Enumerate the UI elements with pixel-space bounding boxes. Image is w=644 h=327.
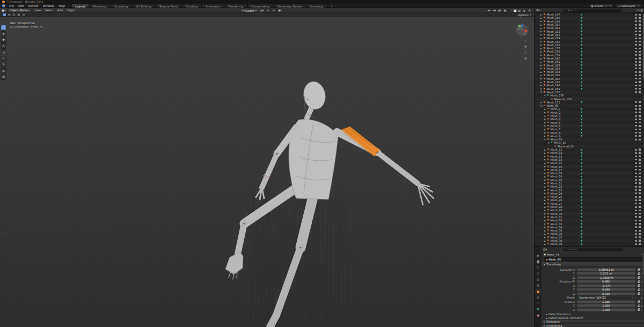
visibility-dropdown[interactable]: ⌖▾ — [487, 9, 491, 12]
move-view-icon[interactable]: ✥ — [524, 44, 527, 48]
transform-field-z[interactable]: -1.3500 m — [577, 276, 635, 279]
camera-icon[interactable] — [639, 192, 641, 194]
new-scene-button[interactable]: ⧉ — [604, 4, 607, 7]
eye-icon[interactable] — [635, 68, 638, 69]
view-layer-selector[interactable]: ❏ ViewLayer ✕ — [616, 4, 642, 8]
animate-dot-icon[interactable] — [641, 285, 642, 286]
snap-magnet-toggle[interactable]: ∩ — [266, 9, 270, 12]
eye-icon[interactable] — [635, 31, 638, 32]
animate-dot-icon[interactable] — [641, 273, 642, 274]
eye-icon[interactable] — [635, 41, 638, 42]
lock-icon[interactable] — [638, 306, 639, 307]
tab-compositing[interactable]: Compositing — [247, 4, 273, 8]
eye-icon[interactable] — [635, 155, 638, 157]
camera-icon[interactable] — [639, 210, 641, 211]
properties-tab-modifiers[interactable]: ⚙ — [535, 295, 541, 300]
tab-uv-editing[interactable]: UV Editing — [132, 4, 155, 8]
eye-icon[interactable] — [635, 61, 638, 63]
lock-icon[interactable] — [638, 277, 639, 279]
properties-tab-object-data[interactable]: ▼ — [535, 307, 541, 312]
camera-icon[interactable] — [639, 240, 641, 241]
transform-field-mode[interactable]: Quaternion (WXYZ)▾ — [577, 296, 635, 299]
camera-icon[interactable] — [639, 162, 641, 164]
camera-icon[interactable] — [639, 48, 641, 49]
eye-icon[interactable] — [635, 132, 638, 133]
eye-icon[interactable] — [635, 48, 638, 49]
navigation-gizmo[interactable] — [516, 24, 529, 36]
camera-icon[interactable] — [639, 78, 641, 79]
camera-icon[interactable] — [639, 220, 641, 221]
camera-icon[interactable] — [639, 135, 641, 137]
camera-icon[interactable] — [639, 17, 641, 19]
menu-edit[interactable]: Edit — [16, 4, 26, 8]
shading-dropdown[interactable]: ▾ — [528, 9, 532, 12]
camera-icon[interactable] — [639, 64, 641, 66]
camera-icon[interactable] — [639, 41, 641, 42]
viewport-menu-add[interactable]: Add — [56, 8, 64, 12]
outliner-row[interactable]: ▶▼Mesh_39▼ — [535, 242, 644, 246]
camera-icon[interactable] — [639, 115, 641, 116]
tab-shading[interactable]: Shading — [182, 4, 201, 8]
camera-icon[interactable] — [639, 129, 641, 130]
eye-icon[interactable] — [635, 210, 638, 211]
add-workspace-button[interactable]: + — [327, 4, 336, 8]
menu-file[interactable]: File — [7, 4, 16, 8]
camera-icon[interactable] — [639, 125, 641, 127]
outliner-search-input[interactable]: ⌕ Search — [563, 9, 622, 12]
transform-field-y[interactable]: 1.000 — [577, 304, 635, 307]
cursor-tool[interactable]: ✛ — [1, 31, 6, 37]
sub-panel-delta-transform[interactable]: ▶Delta Transform — [541, 313, 644, 316]
eye-icon[interactable] — [635, 34, 638, 35]
animate-dot-icon[interactable] — [641, 293, 642, 294]
camera-icon[interactable] — [639, 223, 641, 225]
properties-tab-material[interactable]: ● — [535, 313, 541, 318]
eye-icon[interactable] — [635, 54, 638, 56]
transform-field-location-x[interactable]: 0.28461 m — [577, 268, 635, 271]
eye-icon[interactable] — [635, 223, 638, 225]
camera-icon[interactable] — [639, 139, 641, 140]
select-box-tool[interactable]: ▢ — [1, 25, 6, 31]
camera-icon[interactable] — [639, 54, 641, 56]
camera-icon[interactable] — [639, 34, 641, 35]
camera-icon[interactable] — [639, 31, 641, 32]
lock-icon[interactable] — [638, 269, 639, 271]
select-extend-button[interactable]: ⊞ — [7, 13, 11, 17]
orientation-dropdown[interactable]: ⊕ Global ▾ — [240, 9, 258, 12]
transform-field-x[interactable]: -0.474 — [577, 284, 635, 287]
panel-relations[interactable]: ▶Relations — [541, 320, 644, 324]
camera-icon[interactable] — [639, 51, 641, 53]
camera-icon[interactable] — [639, 105, 641, 107]
camera-icon[interactable] — [639, 189, 641, 191]
lock-icon[interactable] — [638, 293, 639, 295]
select-subtract-button[interactable]: ⊟ — [12, 13, 16, 17]
transform-field-z[interactable]: 0.000 — [577, 292, 635, 295]
eye-icon[interactable] — [635, 206, 638, 208]
eye-icon[interactable] — [635, 149, 638, 151]
animate-dot-icon[interactable] — [641, 269, 642, 270]
camera-icon[interactable] — [639, 169, 641, 170]
eye-icon[interactable] — [635, 58, 638, 60]
camera-icon[interactable] — [639, 27, 641, 29]
rotate-tool[interactable]: ↻ — [1, 43, 6, 49]
eye-icon[interactable] — [635, 176, 638, 177]
tab-sculpting[interactable]: Sculpting — [111, 4, 131, 8]
properties-search-input[interactable]: ⌕ Search — [564, 248, 623, 251]
eye-icon[interactable] — [635, 20, 638, 22]
camera-icon[interactable] — [639, 186, 641, 188]
lock-icon[interactable] — [638, 301, 639, 303]
camera-icon[interactable] — [639, 118, 641, 120]
pin-icon[interactable]: ⌖ — [641, 253, 642, 256]
eye-icon[interactable] — [635, 115, 638, 117]
lock-icon[interactable] — [638, 285, 639, 287]
zoom-view-icon[interactable]: ⌕ — [524, 39, 527, 42]
eye-icon[interactable] — [635, 135, 638, 137]
camera-icon[interactable] — [639, 14, 641, 16]
eye-icon[interactable] — [635, 81, 638, 83]
transform-field-y[interactable]: 0.248 — [577, 288, 635, 291]
eye-icon[interactable] — [635, 14, 638, 16]
menu-render[interactable]: Render — [26, 4, 40, 8]
eye-icon[interactable] — [635, 112, 638, 113]
properties-tab-view-layer[interactable]: ❏ — [535, 271, 541, 276]
eye-icon[interactable] — [635, 118, 638, 120]
editor-type-icon[interactable]: ▦▾ — [2, 9, 6, 12]
